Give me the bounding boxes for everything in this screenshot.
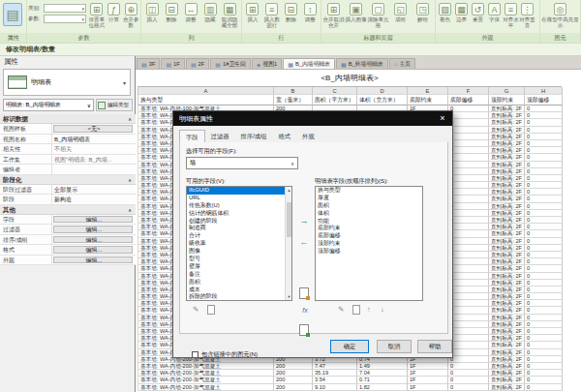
计算-button[interactable]: ƒ计算 (106, 2, 123, 29)
section-header[interactable]: 其他∧ (0, 205, 136, 215)
属性-button[interactable]: ▤ (1, 2, 24, 27)
ribbon-combo[interactable]: 类别:▾ (28, 4, 86, 13)
schedule-row[interactable]: 基本墙: WA-内墙-200-加气混凝土20035.197.041F0直到标高:… (138, 370, 562, 377)
设置单位格式-button[interactable]: ⊞设置单位格式 (88, 2, 106, 29)
调整-button[interactable]: ↔调整 (181, 2, 200, 29)
property-value[interactable]: 编辑... (53, 216, 133, 224)
删除-button[interactable]: ⊟删除 (162, 2, 181, 29)
list-item[interactable]: 底部偏移 (316, 232, 422, 240)
ribbon-combo-box[interactable]: ▾ (44, 15, 86, 23)
help-button[interactable]: 帮助 (417, 340, 452, 353)
重置-button[interactable]: ↺重置 (470, 2, 486, 29)
schedule-row[interactable]: 基本墙: WA-内墙-200-加气混凝土2009.101.821F0直到标高: … (138, 384, 562, 391)
schedule-row[interactable]: 基本墙: WA-内墙-200-加气混凝土2003.540.711F0直到标高: … (138, 377, 562, 383)
字体-button[interactable]: A字体 (486, 2, 503, 29)
view-tab-B_外墙明细表[interactable]: ▦B_外墙明细表 (336, 58, 388, 69)
list-item[interactable]: URL (187, 195, 291, 202)
dialog-tab-排序/成组[interactable]: 排序/成组 (234, 130, 272, 142)
instance-selector[interactable]: 明细表: B_内墙明细表 ∨ (3, 99, 94, 111)
插入-button[interactable]: ◫插入 (142, 2, 162, 29)
在模型中高亮显示-button[interactable]: ◎在模型中高亮显示 (541, 2, 579, 29)
list-item[interactable]: 族与类型 (316, 187, 422, 195)
property-value[interactable]: 编辑... (53, 236, 133, 244)
list-item[interactable]: 面积 (316, 202, 422, 210)
插入图像-button[interactable]: ▣插入图像 (345, 2, 367, 29)
property-value[interactable]: <无> (53, 125, 133, 133)
property-value[interactable]: B_内墙明细表 (52, 135, 136, 144)
edit-type-button[interactable]: 编辑类型 (96, 99, 133, 111)
对齐垂直-button[interactable]: ⋮对齐垂直 (519, 2, 535, 29)
list-item[interactable]: 成本 (187, 286, 291, 294)
view-tab-B_内墙明细表[interactable]: ▦B_内墙明细表 (283, 58, 335, 69)
view-tab-2F[interactable]: ▤2F (186, 58, 209, 69)
section-header[interactable]: 阶段化∧ (0, 175, 136, 185)
list-item[interactable]: 估计的钢筋体积 (187, 210, 291, 218)
对齐水平-button[interactable]: ≡对齐水平 (503, 2, 519, 29)
list-item[interactable]: 合计 (187, 232, 291, 240)
close-icon[interactable]: × (433, 111, 452, 126)
section-header[interactable]: 标识数据∧ (0, 114, 136, 124)
schedule-row[interactable]: 基本墙: WA-内墙-200-加气混凝土2007.471.491F0直到标高: … (138, 363, 562, 370)
解组-button[interactable]: ◳解组 (412, 2, 434, 29)
list-item[interactable]: IfcGUID (187, 187, 291, 195)
dialog-tab-字段[interactable]: 字段 (179, 130, 205, 143)
ok-button[interactable]: 确定 (330, 340, 369, 353)
插入-button[interactable]: ⊞插入 (243, 2, 262, 29)
property-value[interactable]: 不相关 (52, 144, 136, 154)
隐藏-button[interactable]: ▥隐藏 (200, 2, 220, 29)
edit-field-icon[interactable]: ✎ (193, 305, 199, 314)
list-item[interactable]: 底部约束 (316, 225, 422, 232)
cancel-button[interactable]: 取消 (377, 340, 412, 353)
list-item[interactable]: 功能 (316, 218, 422, 226)
view-tab-视图1[interactable]: ◈视图1 (252, 58, 282, 69)
dialog-tab-过滤器[interactable]: 过滤器 (205, 130, 235, 142)
list-item[interactable]: 传热系数(U) (187, 202, 291, 210)
list-item[interactable]: 厚度 (316, 195, 422, 202)
type-selector[interactable]: 明细表 ▾ (3, 69, 131, 96)
取消隐藏全部-button[interactable]: ▦取消隐藏全部 (220, 2, 239, 29)
合并参数-button[interactable]: ⊕合并参数 (122, 2, 139, 29)
list-item[interactable]: 壁厚 (187, 263, 291, 271)
property-value[interactable]: 编辑... (53, 256, 133, 264)
删除-button[interactable]: ⊟删除 (282, 2, 301, 29)
边界-button[interactable]: ▦边界 (453, 2, 470, 29)
property-value[interactable] (52, 165, 136, 174)
list-item[interactable]: 顶部约束 (316, 240, 422, 248)
list-item[interactable]: 型号 (187, 256, 291, 263)
scrollbar[interactable]: ▲ ▼ (285, 187, 291, 300)
list-item[interactable]: 备注 (187, 271, 291, 279)
remove-field-icon[interactable]: ← (296, 237, 312, 249)
dialog-tab-格式[interactable]: 格式 (272, 130, 296, 142)
list-item[interactable]: 拆除的阶段 (187, 293, 291, 301)
scroll-up-icon[interactable]: ▲ (286, 187, 292, 194)
view-tab-3F[interactable]: ▤3F (137, 58, 160, 69)
成组-button[interactable]: ◱成组 (389, 2, 412, 29)
调整-button[interactable]: ↕调整 (300, 2, 320, 29)
property-value[interactable]: 全部显示 (52, 185, 136, 195)
view-tab-1#卫生间[interactable]: ▤1#卫生间 (210, 58, 251, 69)
清除单元格-button[interactable]: ▢清除单元格 (367, 2, 389, 29)
delete-field-icon[interactable] (207, 305, 215, 315)
list-item[interactable]: 顶部偏移 (316, 248, 422, 256)
scroll-down-icon[interactable]: ▼ (286, 293, 292, 300)
list-item[interactable]: 图像 (187, 248, 291, 256)
scheduled-fields-list[interactable]: 族与类型厚度面积体积功能底部约束底部偏移顶部约束顶部偏移 (315, 186, 423, 301)
view-tab-主页[interactable]: ⌂主页 (389, 58, 415, 69)
property-value[interactable]: 编辑... (53, 246, 133, 254)
add-field-icon[interactable]: → (296, 216, 312, 227)
合并取消合并-button[interactable]: ⊞合并取消合并 (322, 2, 345, 29)
list-item[interactable]: 体积 (316, 210, 422, 218)
插入数据行-button[interactable]: ≡插入数据行 (262, 2, 282, 29)
available-fields-list[interactable]: IfcGUIDURL传热系数(U)估计的钢筋体积创建的阶段制造商合计吸收率图像型… (186, 186, 292, 301)
move-up-icon[interactable]: ↑ (367, 305, 371, 314)
着色-button[interactable]: ▨着色 (437, 2, 453, 29)
category-select[interactable]: 墙 ∨ (186, 157, 298, 169)
ribbon-combo-box[interactable]: ▾ (44, 4, 86, 13)
property-value[interactable]: 视图"明细表: B_内墙... (52, 155, 136, 165)
ribbon-combo[interactable]: 参数:▾ (28, 15, 86, 23)
new-parameter-icon[interactable] (299, 287, 309, 299)
delete-scheduled-field-icon[interactable] (352, 305, 360, 315)
dialog-tab-外观[interactable]: 外观 (296, 130, 321, 142)
property-value[interactable]: 新构造 (52, 195, 136, 204)
combine-parameters-icon[interactable] (299, 324, 309, 336)
